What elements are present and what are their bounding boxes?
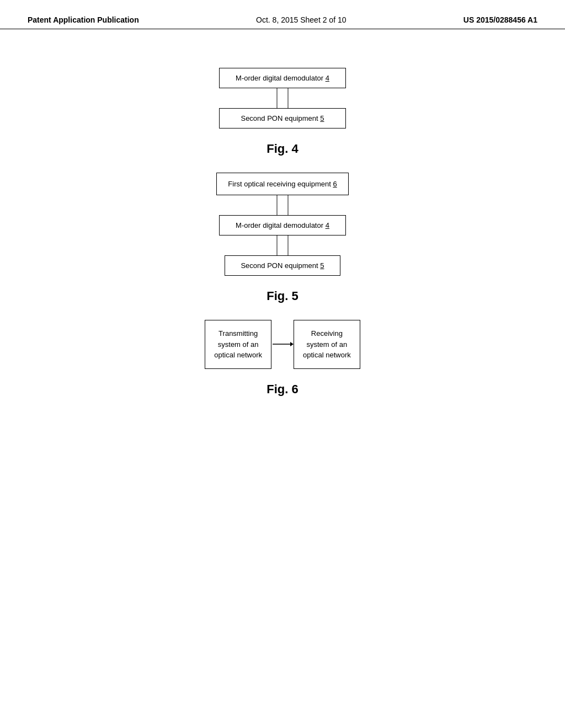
arrow-svg — [271, 339, 294, 350]
fig5-diagram: Transmitting system of an optical networ… — [205, 320, 360, 369]
fig5-right-line1: Receiving — [311, 329, 343, 338]
fig4-box1-num: 6 — [333, 180, 337, 188]
fig3-diagram: M-order digital demodulator 4 Second PON… — [219, 68, 346, 129]
fig3-box1-text: M-order digital demodulator — [236, 74, 326, 82]
fig5-left-line3: optical network — [214, 351, 262, 359]
date-sheet-label: Oct. 8, 2015 Sheet 2 of 10 — [256, 15, 346, 24]
fig4-box1-text: First optical receiving equipment — [228, 180, 333, 188]
fig6-label: Fig. 6 — [266, 382, 298, 397]
fig3-box1-num: 4 — [326, 74, 329, 82]
fig5-arrow — [271, 339, 294, 350]
fig4-connector1 — [266, 195, 299, 215]
fig4-connector2 — [266, 235, 299, 255]
page-header: Patent Application Publication Oct. 8, 2… — [0, 0, 565, 29]
fig5-label: Fig. 5 — [266, 289, 298, 303]
fig4-box1: First optical receiving equipment 6 — [216, 173, 348, 195]
fig5-left-line2: system of an — [218, 340, 259, 349]
fig4-box3-num: 5 — [320, 261, 324, 270]
fig5-boxes-container: Transmitting system of an optical networ… — [205, 320, 360, 369]
fig3-box2: Second PON equipment 5 — [219, 108, 346, 129]
fig5-right-box: Receiving system of an optical network — [294, 320, 360, 369]
publication-label: Patent Application Publication — [28, 15, 139, 24]
fig3-box2-num: 5 — [320, 114, 324, 122]
main-content: M-order digital demodulator 4 Second PON… — [0, 29, 565, 413]
fig4-box2-text: M-order digital demodulator — [236, 221, 326, 229]
fig4-box3: Second PON equipment 5 — [225, 255, 340, 276]
fig5-right-line3: optical network — [303, 351, 351, 359]
fig3-box1: M-order digital demodulator 4 — [219, 68, 346, 88]
fig5-left-box: Transmitting system of an optical networ… — [205, 320, 271, 369]
fig4-box2: M-order digital demodulator 4 — [219, 215, 346, 235]
fig4-box2-num: 4 — [326, 221, 329, 229]
fig5-right-line2: system of an — [307, 340, 348, 349]
fig4-diagram: First optical receiving equipment 6 M-or… — [216, 173, 348, 276]
fig4-label: Fig. 4 — [266, 142, 298, 156]
patent-number-label: US 2015/0288456 A1 — [463, 15, 537, 24]
fig3-connector — [266, 88, 299, 108]
fig5-left-line1: Transmitting — [218, 329, 258, 338]
fig3-box2-text: Second PON equipment — [241, 114, 320, 122]
fig4-box3-text: Second PON equipment — [241, 261, 320, 270]
